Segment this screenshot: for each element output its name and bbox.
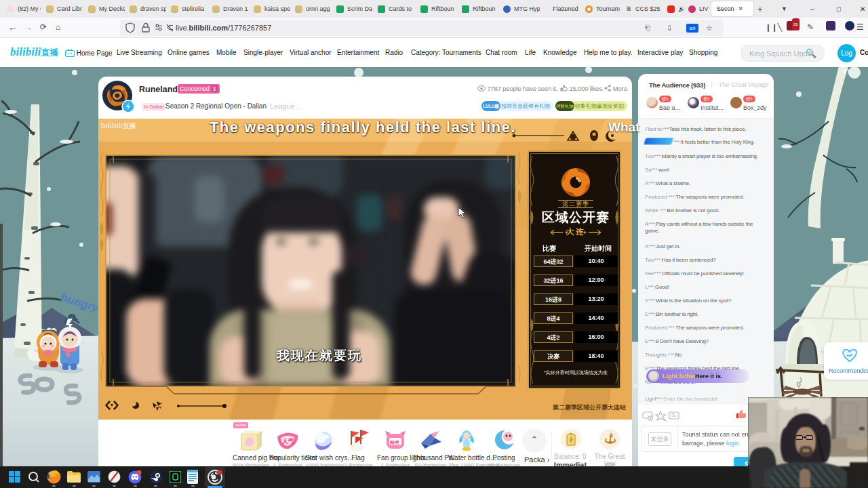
svg-text:hungry: hungry (59, 291, 101, 314)
svg-text:in: in (843, 67, 849, 76)
svg-text:粉丝: 粉丝 (389, 440, 399, 445)
svg-text:人气: 人气 (281, 438, 294, 445)
